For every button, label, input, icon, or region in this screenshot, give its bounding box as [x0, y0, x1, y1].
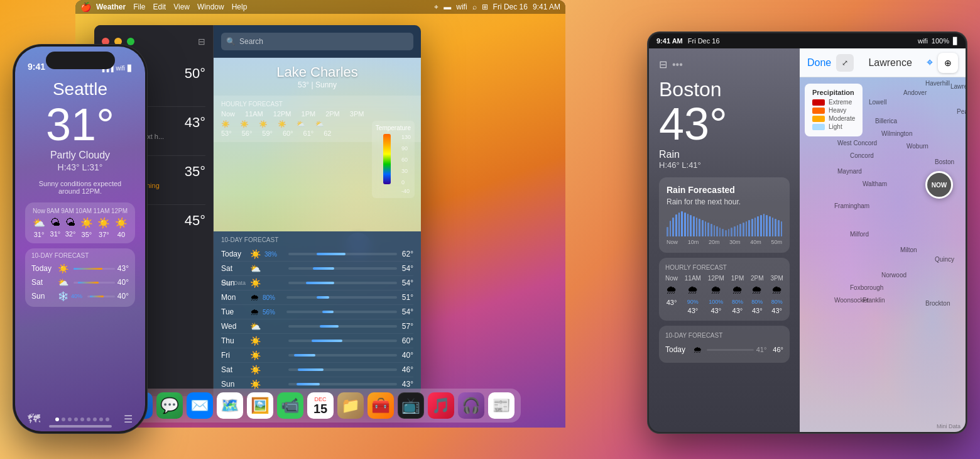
ipad-hourly-section: HOURLY FORECAST Now 🌧 43° 11AM 🌧 90% 43° [659, 258, 790, 321]
menubar-edit[interactable]: Edit [153, 3, 166, 11]
dock-appletv[interactable]: 📺 [398, 392, 424, 419]
dock-music[interactable]: 🎵 [428, 392, 454, 419]
map-label-norwood: Norwood [881, 272, 906, 279]
iphone-map-icon[interactable]: 🗺 [28, 412, 40, 426]
ipad-hour-11am: 11AM 🌧 90% 43° [685, 275, 701, 314]
map-label-milton: Milton [900, 246, 917, 253]
fullscreen-button[interactable] [127, 38, 134, 45]
dock-news[interactable]: 📰 [488, 392, 514, 419]
rain-bar [775, 219, 776, 236]
iphone-10day-label: 10-DAY FORECAST [31, 252, 129, 259]
expand-button[interactable]: ⤢ [836, 54, 854, 72]
hourly-section-label5: 11AM [93, 207, 109, 214]
menubar-view[interactable]: View [173, 3, 190, 11]
hourly-section-label3: 9AM [61, 207, 74, 214]
map-data-link[interactable]: Map Data [221, 280, 246, 286]
rain-bar [690, 215, 692, 236]
iphone-list-icon[interactable]: ☰ [124, 413, 133, 425]
dot-3 [68, 418, 72, 421]
location-button[interactable]: ⌖ [927, 56, 933, 69]
precip-extreme-color [812, 99, 825, 106]
search-icon[interactable]: ⌕ [472, 3, 477, 11]
ipad-day-bar-today [707, 349, 754, 351]
dock-calendar[interactable]: DEC 15 [307, 392, 334, 419]
sidebar-toggle[interactable]: ⊟ [198, 36, 205, 47]
hourly-section-label2: 8AM [46, 207, 60, 214]
rain-bar [722, 229, 724, 236]
rain-bar [731, 228, 732, 236]
mac-weather-main: Lake Charles 53° | Sunny HOURLY FORECAST… [214, 58, 421, 396]
rain-bar [757, 216, 759, 236]
rain-bar [737, 225, 739, 236]
iphone-time: 9:41 [28, 62, 45, 72]
ipad-hour-now: Now 🌧 43° [665, 275, 678, 314]
hour-12pm: 12PM [273, 110, 291, 118]
ipad-rain-card: Rain Forecasted Rain for the next hour. … [659, 177, 790, 253]
map-label-franklin: Franklin [863, 297, 885, 304]
ipad-sidebar-button[interactable]: ⊟ [659, 58, 667, 70]
rain-title: Rain Forecasted [667, 185, 782, 195]
menubar-weather[interactable]: Weather [96, 3, 126, 11]
dock-mail[interactable]: ✉️ [187, 392, 213, 419]
rain-bar [769, 216, 771, 236]
precip-heavy-color [812, 108, 825, 114]
ipad-frame: 9:41 AM Fri Dec 16 wifi 100% ▊ ⊟ ••• Bos… [647, 31, 967, 434]
ipad-today-row: Today 🌧 41° 46° [665, 343, 783, 357]
precip-light-color [812, 124, 825, 130]
hourly-label: HOURLY FORECAST [221, 101, 413, 108]
map-data-link[interactable]: Mini Data [937, 423, 961, 429]
dock-files[interactable]: 📁 [337, 392, 364, 419]
dot-4 [74, 418, 78, 421]
search-bar[interactable]: 🔍 Search [221, 33, 413, 50]
day-bar-fill-sun [90, 296, 104, 297]
location-icon: ⌖ [434, 3, 438, 11]
iphone-hourly-card: Now 8AM 9AM 10AM 11AM 12PM ⛅ 31° 🌤 31° [25, 202, 135, 243]
done-button[interactable]: Done [807, 57, 831, 69]
iphone-forecast-sun: Sun ❄️ 40% 40° [31, 289, 129, 303]
rain-bar [696, 218, 698, 236]
iphone-frame: 9:41 ▐▐▐ wifi ▊ Seattle 31° Partly Cloud… [13, 44, 148, 434]
ipad-more-btn[interactable]: ••• [672, 59, 683, 70]
rain-bar [678, 213, 680, 236]
ipad-condition: Rain [659, 149, 790, 160]
rain-bar [707, 223, 709, 236]
day-bar-sat [74, 282, 115, 284]
iphone-city: Seattle [25, 79, 135, 99]
menubar-file[interactable]: File [133, 3, 145, 11]
layers-button[interactable]: ⊕ [938, 53, 958, 73]
ipad-temp: 43° [659, 101, 790, 147]
ipad-10day-section: 10-DAY FORECAST Today 🌧 41° 46° [659, 326, 790, 363]
dot-5 [80, 418, 84, 421]
menubar-help[interactable]: Help [232, 3, 248, 11]
day-bar-fill-sat [78, 282, 99, 284]
wifi-icon: wifi [456, 3, 467, 11]
rain-bar [687, 214, 689, 236]
rain-bar [684, 213, 686, 236]
map-label-lawrence: Lawrence [950, 83, 966, 90]
dock-maps[interactable]: 🗺️ [217, 392, 243, 419]
menubar-window[interactable]: Window [197, 3, 224, 11]
battery-icon: ▊ [128, 65, 133, 72]
ipad-hour-1pm: 1PM 🌧 80% 43° [731, 275, 744, 314]
mac-forecast-row-6: Thu ☀️ -- 60° [221, 334, 413, 348]
map-label-boston: Boston [935, 158, 954, 165]
dock-messages[interactable]: 💬 [156, 392, 183, 419]
map-label-peabody: Peabody [957, 108, 966, 115]
day-bar-today [74, 268, 115, 270]
map-label-haverhill: Haverhill [925, 80, 950, 87]
temp-gradient [383, 134, 391, 184]
day-bar-fill-today [74, 268, 102, 270]
rain-times: Now 10m 20m 30m 40m 50m [667, 239, 782, 245]
control-center-icon[interactable]: ⊞ [482, 3, 488, 11]
precip-light: Light [812, 123, 855, 130]
iphone-condition: Partly Cloudy [25, 150, 135, 161]
dock-facetime[interactable]: 📹 [277, 392, 303, 419]
dock-launchpad[interactable]: 🧰 [368, 392, 394, 419]
dot-1 [55, 418, 59, 421]
iphone-bottom-bar: 🗺 ☰ [15, 412, 145, 426]
apple-menu-icon[interactable]: 🍎 [80, 2, 91, 12]
dock-podcasts[interactable]: 🎧 [458, 392, 484, 419]
hour-item-9am: 🌤 32° [65, 217, 76, 238]
ipad-wifi-icon: wifi [918, 37, 928, 45]
dock-photos[interactable]: 🖼️ [247, 392, 273, 419]
